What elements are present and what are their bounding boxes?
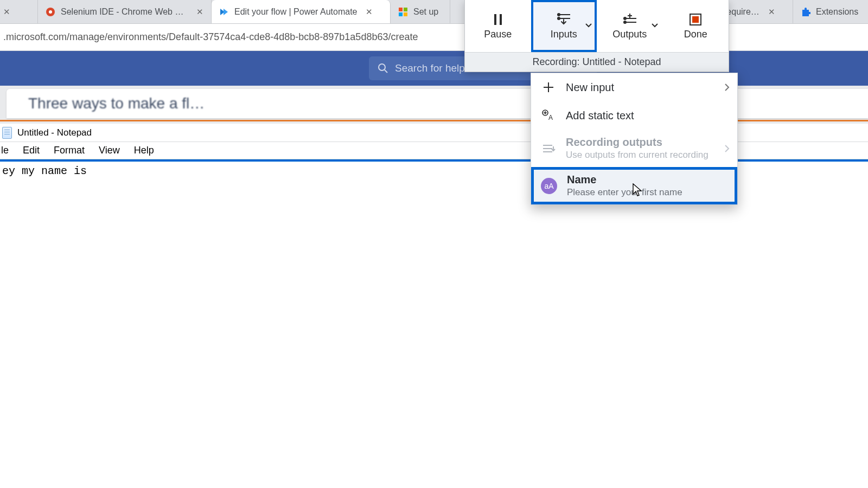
recording-outputs-icon: [541, 141, 556, 156]
svg-line-7: [385, 70, 387, 73]
search-icon: [378, 63, 388, 74]
svg-point-13: [558, 17, 560, 20]
static-text-icon: A: [541, 108, 556, 123]
chevron-down-icon[interactable]: [585, 23, 592, 28]
menu-view[interactable]: View: [99, 145, 120, 156]
microsoft-favicon-icon: [398, 7, 408, 17]
svg-point-15: [624, 17, 626, 20]
mouse-cursor-icon: [633, 183, 642, 197]
close-icon[interactable]: ✕: [366, 7, 373, 17]
menu-sublabel: Please enter your first name: [567, 187, 682, 198]
menu-sublabel: Use outputs from current recording: [566, 150, 709, 160]
recorder-toolbar: Pause Inputs Outputs Done R: [464, 0, 729, 72]
menu-label: Name: [567, 174, 682, 186]
menu-item-new-input[interactable]: New input: [531, 73, 737, 101]
pause-label: Pause: [484, 29, 512, 40]
menu-file[interactable]: le: [1, 145, 9, 156]
notepad-text-area[interactable]: ey my name is: [0, 162, 868, 181]
svg-rect-4: [399, 12, 403, 16]
tab-blank[interactable]: ✕: [0, 0, 38, 23]
menu-item-add-static-text[interactable]: A Add static text: [531, 101, 737, 130]
tab-extensions[interactable]: Extensions: [793, 0, 868, 23]
recorder-status: Recording: Untitled - Notepad: [465, 52, 729, 72]
menu-format[interactable]: Format: [54, 145, 85, 156]
close-icon[interactable]: ✕: [768, 7, 775, 17]
menu-help[interactable]: Help: [134, 145, 154, 156]
menu-item-recording-outputs: Recording outputs Use outputs from curre…: [531, 130, 737, 167]
tab-selenium[interactable]: Selenium IDE - Chrome Web Sto… ✕: [38, 0, 212, 23]
svg-point-6: [379, 64, 385, 70]
done-button[interactable]: Done: [663, 0, 729, 52]
close-icon[interactable]: ✕: [3, 7, 10, 17]
page-header-band: Search for helpful resources: [0, 51, 868, 86]
svg-text:A: A: [548, 114, 553, 121]
stop-icon: [688, 12, 703, 27]
accent-line: [0, 120, 868, 121]
notepad-menubar: le Edit Format View Help: [0, 142, 868, 159]
browser-tab-strip: ✕ Selenium IDE - Chrome Web Sto… ✕ Edit …: [0, 0, 868, 24]
tab-setup[interactable]: Set up: [391, 0, 450, 23]
outputs-label: Outputs: [612, 29, 647, 40]
svg-rect-2: [399, 8, 403, 11]
tab-power-automate[interactable]: Edit your flow | Power Automate ✕: [212, 0, 391, 23]
svg-rect-8: [494, 14, 496, 25]
svg-rect-3: [404, 8, 407, 11]
chevron-right-icon: [724, 83, 730, 92]
done-label: Done: [684, 29, 707, 40]
menu-label: New input: [566, 81, 614, 94]
notepad-icon: [2, 127, 12, 139]
pause-button[interactable]: Pause: [465, 0, 531, 52]
plus-icon: [541, 80, 556, 95]
menu-label: Recording outputs: [566, 136, 709, 149]
inputs-button[interactable]: Inputs: [531, 0, 597, 52]
subheader-bar: Three ways to make a fl…: [0, 86, 868, 124]
svg-rect-9: [500, 14, 502, 25]
menu-edit[interactable]: Edit: [23, 145, 40, 156]
notepad-titlebar[interactable]: Untitled - Notepad: [0, 124, 868, 142]
puzzle-icon: [801, 7, 810, 17]
svg-point-17: [624, 21, 626, 23]
power-automate-favicon-icon: [219, 7, 229, 17]
tab-label: Edit your flow | Power Automate: [234, 7, 357, 17]
selenium-favicon-icon: [46, 7, 55, 17]
outputs-button[interactable]: Outputs: [597, 0, 663, 52]
chevron-down-icon[interactable]: [651, 23, 659, 28]
chevron-right-icon: [724, 144, 730, 153]
svg-point-11: [558, 14, 560, 16]
menu-label: Add static text: [566, 110, 634, 122]
svg-rect-5: [404, 12, 407, 16]
pause-icon: [491, 12, 505, 27]
address-bar[interactable]: .microsoft.com/manage/environments/Defau…: [0, 24, 868, 51]
notepad-window: Untitled - Notepad le Edit Format View H…: [0, 124, 868, 488]
tab-label: Set up: [413, 7, 438, 17]
tab-label: Extensions: [816, 7, 858, 17]
text-input-icon: aA: [541, 178, 557, 194]
url-text: .microsoft.com/manage/environments/Defau…: [3, 31, 418, 43]
page-title: Three ways to make a fl…: [28, 95, 205, 112]
outputs-icon: [622, 12, 638, 27]
svg-rect-21: [692, 16, 699, 23]
svg-point-1: [49, 10, 52, 14]
tab-label: Selenium IDE - Chrome Web Sto…: [61, 7, 188, 17]
close-icon[interactable]: ✕: [196, 7, 203, 17]
inputs-label: Inputs: [551, 29, 577, 40]
inputs-icon: [556, 12, 572, 27]
notepad-title: Untitled - Notepad: [17, 127, 92, 138]
